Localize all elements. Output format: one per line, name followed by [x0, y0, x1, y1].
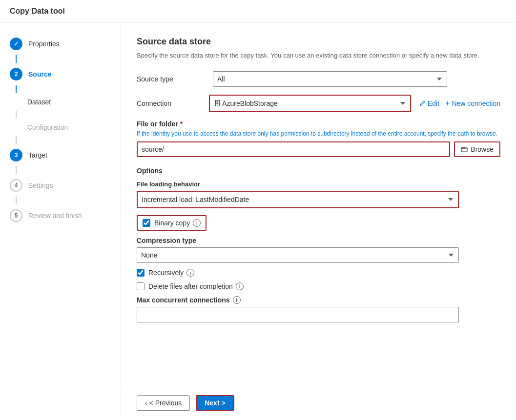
file-loading-select[interactable]: Incremental load: LastModifiedDate Load … — [138, 192, 458, 207]
previous-button[interactable]: ‹ < Previous — [137, 395, 190, 411]
content-body: Source data store Specify the source dat… — [121, 23, 516, 387]
max-connections-label: Max concurrent connections i — [137, 296, 500, 304]
binary-copy-row: Binary copy i — [137, 215, 206, 231]
edit-icon — [419, 100, 426, 107]
section-title: Source data store — [137, 37, 500, 47]
sidebar-label-target: Target — [28, 151, 47, 159]
file-folder-input-row: Browse — [137, 141, 500, 157]
recursively-checkbox[interactable] — [137, 269, 144, 277]
sidebar-label-properties: Properties — [28, 40, 60, 48]
compression-section: Compression type None GZip BZip2 Deflate… — [137, 237, 500, 263]
step-circle-properties: ✓ — [10, 38, 22, 50]
sidebar-item-configuration[interactable]: Configuration — [0, 119, 121, 136]
max-connections-section: Max concurrent connections i — [137, 296, 500, 322]
sidebar-item-review[interactable]: 5 Review and finish — [0, 204, 121, 227]
connection-row: Connection 🗄 AzureBlobStorage Edit + — [137, 95, 500, 112]
sidebar-label-review: Review and finish — [28, 212, 82, 220]
recursively-row: Recursively i — [137, 269, 500, 277]
max-connections-input[interactable] — [137, 307, 459, 322]
connector-dataset — [16, 85, 17, 93]
file-path-input-wrapper — [137, 141, 450, 157]
connector-settings — [16, 166, 17, 174]
content-area: Source data store Specify the source dat… — [121, 23, 516, 419]
sidebar-item-target[interactable]: 3 Target — [0, 144, 121, 166]
file-loading-behavior-label: File loading behavior — [137, 180, 500, 188]
source-type-control: All Azure Blob Storage Azure Data Lake A… — [213, 71, 447, 87]
max-connections-info-icon[interactable]: i — [233, 296, 241, 304]
sidebar-item-properties[interactable]: ✓ Properties — [0, 33, 121, 55]
options-section: Options File loading behavior Incrementa… — [137, 167, 500, 322]
connection-label: Connection — [137, 100, 205, 107]
sidebar-label-settings: Settings — [28, 181, 53, 189]
section-description: Specify the source data store for the co… — [137, 51, 500, 60]
source-type-row: Source type All Azure Blob Storage Azure… — [137, 71, 500, 87]
browse-icon — [461, 146, 468, 153]
connector-1 — [16, 55, 17, 63]
connector-review — [16, 197, 17, 204]
delete-files-row: Delete files after completion i — [137, 282, 500, 290]
connection-select-wrapper: 🗄 AzureBlobStorage — [209, 95, 411, 112]
content-footer: ‹ < Previous Next > — [121, 387, 516, 419]
sidebar: ✓ Properties 2 Source Dataset Configurat… — [0, 23, 121, 419]
connection-select[interactable]: 🗄 AzureBlobStorage — [210, 96, 410, 111]
edit-link[interactable]: Edit — [419, 100, 439, 107]
delete-files-label[interactable]: Delete files after completion i — [148, 282, 244, 290]
next-button[interactable]: Next > — [196, 395, 234, 411]
file-path-input[interactable] — [142, 145, 445, 153]
file-loading-dropdown-wrapper: Incremental load: LastModifiedDate Load … — [137, 191, 459, 208]
delete-files-checkbox[interactable] — [137, 282, 144, 290]
options-title: Options — [137, 167, 500, 175]
binary-copy-info-icon[interactable]: i — [193, 219, 201, 227]
sidebar-label-configuration: Configuration — [27, 123, 68, 131]
compression-type-label: Compression type — [137, 237, 500, 244]
file-folder-label: File or folder * — [137, 120, 500, 128]
recursively-label[interactable]: Recursively i — [148, 269, 194, 277]
connector-config — [16, 111, 17, 119]
file-loading-behavior-group: File loading behavior Incremental load: … — [137, 180, 500, 208]
sidebar-label-source: Source — [28, 70, 51, 78]
binary-copy-label[interactable]: Binary copy i — [154, 219, 201, 227]
sidebar-item-dataset[interactable]: Dataset — [0, 93, 121, 111]
new-connection-link[interactable]: + New connection — [445, 99, 500, 108]
step-circle-source: 2 — [10, 68, 22, 80]
file-folder-section: File or folder * If the identity you use… — [137, 120, 500, 158]
svg-rect-0 — [461, 148, 467, 152]
sidebar-label-dataset: Dataset — [27, 98, 51, 106]
previous-chevron-icon: ‹ — [145, 399, 147, 407]
connection-actions: Edit + New connection — [419, 99, 500, 108]
step-circle-review: 5 — [10, 209, 22, 222]
browse-button[interactable]: Browse — [454, 141, 500, 157]
binary-copy-checkbox[interactable] — [143, 219, 150, 227]
connector-target — [16, 136, 17, 144]
file-folder-hint: If the identity you use to access the da… — [137, 130, 500, 138]
plus-icon: + — [445, 99, 450, 108]
sidebar-item-settings[interactable]: 4 Settings — [0, 174, 121, 197]
source-type-select[interactable]: All Azure Blob Storage Azure Data Lake A… — [213, 71, 447, 87]
sidebar-item-source[interactable]: 2 Source — [0, 63, 121, 85]
delete-files-info-icon[interactable]: i — [236, 282, 244, 290]
recursively-info-icon[interactable]: i — [186, 269, 194, 277]
compression-select[interactable]: None GZip BZip2 Deflate ZipDeflate Snapp… — [137, 247, 459, 263]
app-title: Copy Data tool — [0, 0, 516, 23]
step-circle-target: 3 — [10, 149, 22, 161]
source-type-label: Source type — [137, 75, 205, 83]
required-asterisk: * — [180, 120, 183, 128]
step-circle-settings: 4 — [10, 179, 22, 192]
